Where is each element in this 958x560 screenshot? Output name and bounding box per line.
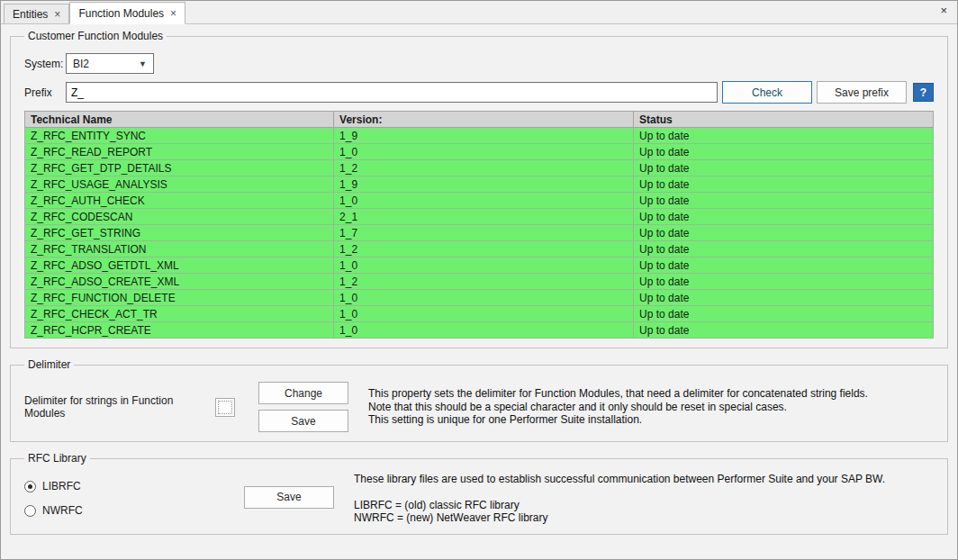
column-header-status[interactable]: Status <box>634 112 934 128</box>
system-row: System: BI2 ▼ <box>24 53 934 74</box>
change-button[interactable]: Change <box>258 382 348 404</box>
technical-name-cell: Z_RFC_READ_REPORT <box>25 144 334 160</box>
technical-name-cell: Z_RFC_AUTH_CHECK <box>25 193 334 209</box>
version-cell: 1_0 <box>334 290 634 306</box>
group-title: RFC Library <box>24 452 90 465</box>
rfc-library-group: RFC Library LIBRFC NWRFC Save Thes <box>10 452 948 535</box>
table-row[interactable]: Z_RFC_TRANSLATION1_2Up to date <box>25 241 934 257</box>
technical-name-cell: Z_RFC_FUNCTION_DELETE <box>25 290 334 306</box>
status-cell: Up to date <box>634 241 934 257</box>
version-cell: 1_7 <box>334 225 634 241</box>
column-header-version[interactable]: Version: <box>334 112 634 128</box>
radio-selected-icon <box>24 481 36 492</box>
main-content: Customer Function Modules System: BI2 ▼ … <box>1 24 957 535</box>
delimiter-buttons: Change Save <box>258 382 348 432</box>
description-line: Note that this should be a special chara… <box>368 401 868 414</box>
rfc-description: These library files are used to establis… <box>354 470 885 525</box>
technical-name-cell: Z_RFC_CHECK_ACT_TR <box>25 306 334 322</box>
column-header-technical-name[interactable]: Technical Name <box>25 112 334 128</box>
technical-name-cell: Z_RFC_ADSO_CREATE_XML <box>25 274 334 290</box>
technical-name-cell: Z_RFC_USAGE_ANALYSIS <box>25 176 334 193</box>
table-row[interactable]: Z_RFC_GET_DTP_DETAILS1_2Up to date <box>25 160 934 176</box>
group-title: Customer Function Modules <box>24 30 167 42</box>
delimiter-description: This property sets the delimiter for Fun… <box>368 387 868 427</box>
tab-bar: Entities × Function Modules × × <box>1 1 957 24</box>
version-cell: 1_9 <box>334 128 634 144</box>
table-row[interactable]: Z_RFC_GET_STRING1_7Up to date <box>25 225 934 241</box>
rfc-button-column: Save <box>244 470 354 525</box>
technical-name-cell: Z_RFC_ENTITY_SYNC <box>25 128 334 144</box>
description-line: These library files are used to establis… <box>354 473 885 486</box>
tab-close-icon[interactable]: × <box>170 8 176 19</box>
table-row[interactable]: Z_RFC_AUTH_CHECK1_0Up to date <box>25 193 934 209</box>
table-row[interactable]: Z_RFC_READ_REPORT1_0Up to date <box>25 144 934 160</box>
tab-close-icon[interactable]: × <box>54 9 60 20</box>
version-cell: 1_0 <box>334 257 634 274</box>
status-cell: Up to date <box>634 322 934 339</box>
radio-label: NWRFC <box>42 504 83 517</box>
delimiter-row: Delimiter for strings in Function Module… <box>24 382 934 432</box>
table-row[interactable]: Z_RFC_CHECK_ACT_TR1_0Up to date <box>25 306 934 322</box>
librfc-radio[interactable]: LIBRFC <box>24 480 244 492</box>
description-line: This property sets the delimiter for Fun… <box>368 387 868 401</box>
radio-label: LIBRFC <box>42 480 81 492</box>
table-row[interactable]: Z_RFC_USAGE_ANALYSIS1_9Up to date <box>25 176 934 193</box>
app-window: Entities × Function Modules × × Customer… <box>0 0 958 560</box>
status-cell: Up to date <box>634 290 934 306</box>
help-button[interactable]: ? <box>913 83 934 102</box>
function-modules-table: Technical Name Version: Status Z_RFC_ENT… <box>24 111 934 339</box>
window-close-icon[interactable]: × <box>931 1 957 17</box>
check-button[interactable]: Check <box>722 81 812 104</box>
table-row[interactable]: Z_RFC_ENTITY_SYNC1_9Up to date <box>25 128 934 144</box>
table-row[interactable]: Z_RFC_HCPR_CREATE1_0Up to date <box>25 322 934 339</box>
technical-name-cell: Z_RFC_CODESCAN <box>25 209 334 225</box>
system-label: System: <box>24 58 66 70</box>
system-select-value: BI2 <box>73 58 89 70</box>
prefix-label: Prefix <box>24 86 66 99</box>
status-cell: Up to date <box>634 274 934 290</box>
delimiter-group: Delimiter Delimiter for strings in Funct… <box>10 358 948 442</box>
tab-label: Function Modules <box>78 7 164 20</box>
prefix-input[interactable] <box>66 82 718 103</box>
tab-label: Entities <box>13 8 48 21</box>
table-row[interactable]: Z_RFC_ADSO_GETDTL_XML1_0Up to date <box>25 257 934 274</box>
prefix-row: Prefix Check Save prefix ? <box>24 81 934 104</box>
group-title: Delimiter <box>24 358 74 371</box>
nwrfc-radio[interactable]: NWRFC <box>24 504 244 517</box>
version-cell: 1_0 <box>334 322 634 339</box>
status-cell: Up to date <box>634 225 934 241</box>
tab-entities[interactable]: Entities × <box>4 4 69 23</box>
delimiter-save-button[interactable]: Save <box>258 410 348 432</box>
tab-function-modules[interactable]: Function Modules × <box>69 2 185 24</box>
status-cell: Up to date <box>634 193 934 209</box>
delimiter-input[interactable] <box>215 398 235 417</box>
chevron-down-icon: ▼ <box>139 59 147 68</box>
status-cell: Up to date <box>634 209 934 225</box>
description-line: LIBRFC = (old) classic RFC library <box>354 499 885 512</box>
radio-unselected-icon <box>24 505 36 517</box>
description-line: NWRFC = (new) NetWeaver RFC library <box>354 511 885 525</box>
table-row[interactable]: Z_RFC_FUNCTION_DELETE1_0Up to date <box>25 290 934 306</box>
technical-name-cell: Z_RFC_GET_DTP_DETAILS <box>25 160 334 176</box>
system-select[interactable]: BI2 ▼ <box>66 53 154 74</box>
status-cell: Up to date <box>634 176 934 193</box>
rfc-save-button[interactable]: Save <box>244 486 334 509</box>
version-cell: 1_0 <box>334 193 634 209</box>
table-body: Z_RFC_ENTITY_SYNC1_9Up to dateZ_RFC_READ… <box>25 128 934 339</box>
status-cell: Up to date <box>634 257 934 274</box>
version-cell: 2_1 <box>334 209 634 225</box>
technical-name-cell: Z_RFC_TRANSLATION <box>25 241 334 257</box>
status-cell: Up to date <box>634 306 934 322</box>
save-prefix-button[interactable]: Save prefix <box>817 81 907 104</box>
version-cell: 1_0 <box>334 144 634 160</box>
technical-name-cell: Z_RFC_GET_STRING <box>25 225 334 241</box>
rfc-row: LIBRFC NWRFC Save These library files ar… <box>24 470 934 525</box>
version-cell: 1_2 <box>334 274 634 290</box>
rfc-radio-group: LIBRFC NWRFC <box>24 470 244 525</box>
technical-name-cell: Z_RFC_HCPR_CREATE <box>25 322 334 339</box>
customer-function-modules-group: Customer Function Modules System: BI2 ▼ … <box>10 30 948 348</box>
version-cell: 1_9 <box>334 176 634 193</box>
table-row[interactable]: Z_RFC_CODESCAN2_1Up to date <box>25 209 934 225</box>
table-row[interactable]: Z_RFC_ADSO_CREATE_XML1_2Up to date <box>25 274 934 290</box>
version-cell: 1_2 <box>334 241 634 257</box>
